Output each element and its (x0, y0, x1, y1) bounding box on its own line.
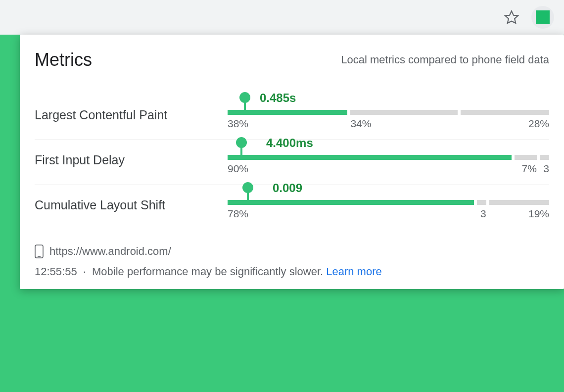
popup-header: Metrics Local metrics compared to phone … (35, 49, 549, 70)
metric-value: 0.009 (273, 181, 302, 195)
bar-segment-good (228, 155, 512, 160)
metric-name: First Input Delay (35, 153, 228, 167)
bar-segment-label: 3 (540, 163, 549, 175)
metric-row: First Input Delay4.400ms90%7%3 (35, 140, 549, 185)
popup-footer: https://www.android.com/ 12:55:55 · Mobi… (35, 245, 549, 278)
distribution-labels: 78%319% (228, 208, 549, 220)
metric-name: Cumulative Layout Shift (35, 198, 228, 212)
bar-segment-label: 34% (350, 118, 458, 130)
distribution-bar (228, 200, 549, 205)
footer-warning: Mobile performance may be significantly … (92, 265, 323, 278)
metric-body: 4.400ms90%7%3 (228, 155, 549, 175)
metric-body: 0.00978%319% (228, 200, 549, 220)
metric-value: 4.400ms (266, 136, 313, 150)
distribution-labels: 38%34%28% (228, 118, 549, 130)
metrics-list: Largest Contentful Paint0.485s38%34%28%F… (35, 95, 549, 230)
bar-segment-label: 3 (477, 208, 486, 220)
footer-url-row: https://www.android.com/ (35, 245, 549, 258)
footer-timestamp: 12:55:55 (35, 265, 77, 278)
metric-row: Largest Contentful Paint0.485s38%34%28% (35, 95, 549, 140)
metric-value: 0.485s (260, 91, 296, 105)
bar-segment-label: 38% (228, 118, 347, 130)
distribution-labels: 90%7%3 (228, 163, 549, 175)
popup-subtitle: Local metrics compared to phone field da… (341, 53, 549, 66)
svg-rect-0 (35, 245, 43, 258)
bar-segment-poor (489, 200, 549, 205)
phone-icon (35, 245, 44, 258)
bar-segment-label: 90% (228, 163, 512, 175)
bar-segment-poor (540, 155, 549, 160)
footer-warning-row: 12:55:55 · Mobile performance may be sig… (35, 265, 549, 278)
metric-name: Largest Contentful Paint (35, 108, 228, 122)
metric-body: 0.485s38%34%28% (228, 110, 549, 130)
bar-segment-label: 7% (515, 163, 537, 175)
bar-segment-label: 78% (228, 208, 474, 220)
bar-segment-label: 28% (461, 118, 549, 130)
browser-toolbar (0, 0, 564, 35)
popup-title: Metrics (35, 49, 92, 70)
learn-more-link[interactable]: Learn more (326, 265, 382, 278)
footer-url: https://www.android.com/ (49, 245, 171, 258)
bar-segment-ni (350, 110, 458, 115)
metric-marker (244, 96, 246, 115)
metric-row: Cumulative Layout Shift0.00978%319% (35, 185, 549, 230)
distribution-bar (228, 110, 549, 115)
bar-segment-ni (515, 155, 537, 160)
metric-marker (240, 141, 242, 160)
page-background: Metrics Local metrics compared to phone … (0, 35, 564, 392)
web-vitals-icon (536, 10, 550, 24)
separator-dot: · (83, 265, 86, 278)
web-vitals-popup: Metrics Local metrics compared to phone … (20, 35, 564, 289)
bar-segment-good (228, 200, 474, 205)
metric-marker (247, 186, 249, 205)
bookmark-star-icon[interactable] (504, 9, 519, 25)
bar-segment-poor (461, 110, 549, 115)
extension-badge[interactable] (531, 6, 554, 29)
bar-segment-label: 19% (489, 208, 549, 220)
distribution-bar (228, 155, 549, 160)
bar-segment-ni (477, 200, 486, 205)
